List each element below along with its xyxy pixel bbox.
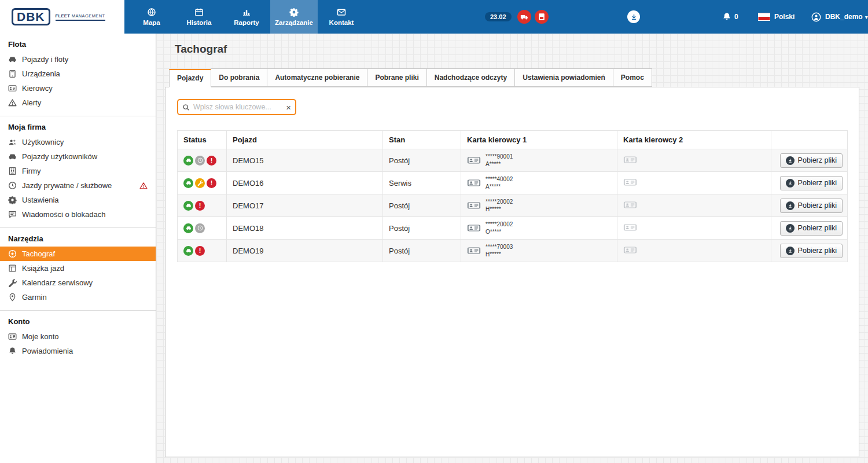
search-box: × bbox=[177, 99, 296, 115]
card-number-line1: *****20002 bbox=[486, 198, 513, 205]
sidebar-item-powiadomienia[interactable]: Powiadomienia bbox=[0, 344, 156, 358]
driver-card-icon bbox=[467, 223, 481, 233]
idcard-icon bbox=[8, 84, 17, 93]
tab-automatyczne-pobieranie[interactable]: Automatyczne pobieranie bbox=[267, 68, 367, 87]
message-icon bbox=[8, 210, 17, 219]
driver-card-2-icon bbox=[623, 178, 637, 187]
tab-pojazdy[interactable]: Pojazdy bbox=[169, 69, 211, 87]
card-number-line2: H***** bbox=[486, 251, 513, 258]
vehicle-name: DEMO16 bbox=[233, 179, 263, 188]
vehicle-table: StatusPojazdStanKarta kierowcy 1Karta ki… bbox=[177, 130, 848, 262]
nav-historia[interactable]: Historia bbox=[175, 0, 223, 34]
logo-abbr: DBK bbox=[12, 8, 50, 25]
user-menu[interactable]: DBK_demo ▾ bbox=[811, 0, 868, 34]
sidebar-item-tachograf[interactable]: Tachograf bbox=[0, 247, 156, 261]
status-cell: ! bbox=[183, 156, 220, 166]
download-files-button[interactable]: Pobierz pliki bbox=[780, 221, 843, 236]
driver-card-2-icon bbox=[623, 223, 637, 232]
green-car-status-icon bbox=[183, 178, 193, 188]
nav-mapa[interactable]: Mapa bbox=[128, 0, 175, 34]
chevron-down-icon: ▾ bbox=[865, 14, 868, 20]
idcard-icon bbox=[8, 332, 17, 341]
download-files-button[interactable]: Pobierz pliki bbox=[780, 176, 843, 190]
sidebar-item-wiadomości-o-blokadach[interactable]: Wiadomości o blokadach bbox=[0, 207, 156, 222]
search-icon bbox=[182, 104, 190, 111]
green-car-status-icon bbox=[183, 246, 193, 256]
tacho-icon bbox=[8, 249, 17, 258]
sidebar-item-urządzenia[interactable]: Urządzenia bbox=[0, 67, 156, 81]
download-files-button[interactable]: Pobierz pliki bbox=[780, 244, 843, 258]
vehicle-state: Postój bbox=[389, 224, 410, 233]
driver-card-badge[interactable] bbox=[535, 10, 549, 24]
column-header: Pojazd bbox=[227, 131, 383, 149]
car-icon bbox=[8, 55, 17, 64]
nav-zarządzanie[interactable]: Zarządzanie bbox=[270, 0, 318, 34]
sidebar-item-książka-jazd[interactable]: Książka jazd bbox=[0, 261, 156, 275]
nav-kontakt[interactable]: Kontakt bbox=[318, 0, 365, 34]
building-icon bbox=[8, 167, 17, 175]
card-number-line2: A***** bbox=[486, 183, 513, 190]
download-files-button[interactable]: Pobierz pliki bbox=[780, 199, 843, 213]
yellow-wrench-status-icon bbox=[195, 178, 205, 188]
driver-card-1-cell: *****40002A***** bbox=[467, 175, 611, 190]
car-icon bbox=[8, 152, 17, 161]
table-row: ! DEMO15 Postój *****90001A***** Pobierz… bbox=[178, 149, 848, 172]
driver-card-1-cell: *****70003H***** bbox=[467, 243, 611, 258]
table-row: ! DEMO16 Serwis *****40002A***** Pobierz… bbox=[178, 172, 848, 194]
tab-pomoc[interactable]: Pomoc bbox=[613, 68, 652, 87]
sidebar-item-kierowcy[interactable]: Kierowcy bbox=[0, 81, 156, 95]
truck-icon bbox=[520, 13, 528, 21]
vehicle-name: DEMO19 bbox=[233, 247, 263, 255]
sidebar-item-pojazdy-i-floty[interactable]: Pojazdy i floty bbox=[0, 52, 156, 67]
sidebar-item-alerty[interactable]: Alerty bbox=[0, 95, 156, 110]
sidebar-item-moje-konto[interactable]: Moje konto bbox=[0, 329, 156, 344]
column-header bbox=[771, 131, 848, 149]
sidebar-item-pojazdy-użytkowników[interactable]: Pojazdy użytkowników bbox=[0, 149, 156, 164]
table-row: ! DEMO17 Postój *****20002H***** Pobierz… bbox=[178, 194, 848, 217]
status-cell: ! bbox=[183, 246, 220, 256]
tab-nadchodzące-odczyty[interactable]: Nadchodzące odczyty bbox=[426, 68, 515, 87]
language-selector[interactable]: Polski bbox=[758, 0, 795, 34]
driver-card-icon bbox=[467, 178, 481, 188]
column-header: Karta kierowcy 2 bbox=[617, 131, 771, 149]
tab-pobrane-pliki[interactable]: Pobrane pliki bbox=[367, 68, 426, 87]
sidebar-item-ustawienia[interactable]: Ustawienia bbox=[0, 193, 156, 207]
clear-search-icon[interactable]: × bbox=[286, 103, 291, 112]
sidebar-item-kalendarz-serwisowy[interactable]: Kalendarz serwisowy bbox=[0, 275, 156, 290]
sidebar-section-title: Moja firma bbox=[0, 116, 156, 135]
column-header: Karta kierowcy 1 bbox=[461, 131, 617, 149]
sidebar-item-użytkownicy[interactable]: Użytkownicy bbox=[0, 135, 156, 149]
sidebar-item-garmin[interactable]: Garmin bbox=[0, 290, 156, 304]
download-icon bbox=[786, 156, 795, 165]
users-icon bbox=[8, 138, 17, 146]
download-circle-button[interactable] bbox=[627, 10, 640, 23]
sidebar-item-jazdy-prywatne-służbowe[interactable]: Jazdy prywatne / służbowe bbox=[0, 178, 156, 193]
alert-badges bbox=[517, 0, 549, 34]
driver-card-icon bbox=[538, 13, 546, 21]
user-icon bbox=[811, 12, 821, 22]
truck-badge[interactable] bbox=[517, 10, 531, 24]
card-number-line1: *****90001 bbox=[486, 153, 513, 160]
sidebar-section-title: Narzędzia bbox=[0, 228, 156, 247]
driver-card-2-icon bbox=[623, 155, 637, 164]
tab-do-pobrania[interactable]: Do pobrania bbox=[211, 68, 267, 87]
sidebar-item-firmy[interactable]: Firmy bbox=[0, 164, 156, 178]
vehicle-name: DEMO17 bbox=[233, 201, 263, 210]
download-files-button[interactable]: Pobierz pliki bbox=[780, 153, 843, 168]
card-number-line1: *****40002 bbox=[486, 175, 513, 183]
page-title: Tachograf bbox=[175, 43, 227, 56]
language-label: Polski bbox=[774, 13, 795, 21]
search-input[interactable] bbox=[193, 103, 282, 111]
clock-icon bbox=[8, 181, 17, 190]
tab-ustawienia-powiadomień[interactable]: Ustawienia powiadomień bbox=[514, 68, 613, 87]
gear-icon bbox=[289, 8, 299, 17]
date-badge-group: 23.02 bbox=[485, 0, 512, 34]
nav-raporty[interactable]: Raporty bbox=[223, 0, 270, 34]
notifications-group[interactable]: 0 bbox=[722, 0, 738, 34]
card-number-line1: *****20002 bbox=[486, 221, 513, 228]
red-alert-status-icon: ! bbox=[207, 178, 216, 188]
green-car-status-icon bbox=[183, 201, 193, 211]
topbar: DBK FLEET MANAGEMENT Mapa Historia Rapor… bbox=[0, 0, 868, 34]
poland-flag-icon bbox=[758, 13, 770, 21]
red-alert-status-icon: ! bbox=[195, 201, 205, 211]
